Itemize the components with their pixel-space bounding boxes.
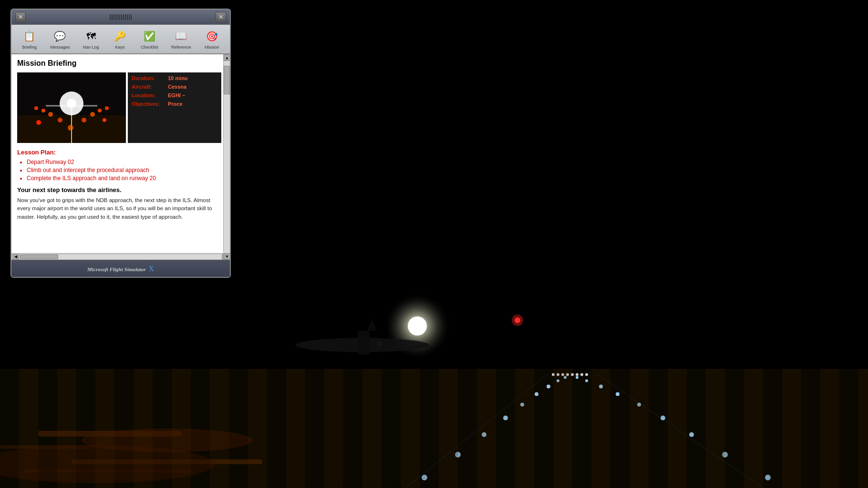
runway-preview-image: [17, 72, 126, 143]
keys-label: Keys: [115, 45, 124, 50]
lesson-item-2: Climb out and intercept the procedural a…: [27, 167, 221, 173]
h-scroll-track: [20, 254, 221, 259]
lesson-plan-title: Lesson Plan:: [17, 149, 221, 156]
briefing-label: Briefing: [22, 45, 37, 50]
vertical-scrollbar[interactable]: ▲ ▼: [223, 54, 230, 260]
svg-marker-13: [367, 319, 377, 331]
svg-point-59: [36, 120, 41, 125]
speaker-decoration: [110, 14, 132, 20]
toolbar-keys[interactable]: 🔑 Keys: [110, 28, 129, 51]
duration-value: 10 minu: [168, 75, 188, 81]
location-row: Location: EGHI –: [132, 92, 217, 98]
svg-point-7: [408, 316, 427, 336]
lesson-item-3: Complete the ILS approach and land on ru…: [27, 175, 221, 182]
svg-point-50: [48, 112, 53, 117]
lesson-plan-list: Depart Runway 02 Climb out and intercept…: [17, 159, 221, 182]
close-button[interactable]: ✕: [15, 12, 26, 22]
lesson-plan: Lesson Plan: Depart Runway 02 Climb out …: [17, 149, 221, 182]
svg-point-49: [41, 109, 45, 112]
toolbar: 📋 Briefing 💬 Messages 🗺 Nav Log 🔑 Keys ✅…: [11, 25, 230, 54]
svg-point-9: [512, 315, 523, 326]
runway-preview-svg: [17, 72, 126, 143]
aircraft-label: Aircraft:: [132, 84, 165, 90]
duration-label: Duration:: [132, 75, 165, 81]
scroll-left-button[interactable]: ◀: [12, 254, 19, 260]
messages-label: Messages: [50, 45, 70, 50]
titlebar: ✕ ✕: [11, 10, 230, 25]
titlebar-controls: ✕: [15, 12, 26, 22]
body-text: Now you've got to grips with the NDB app…: [17, 196, 221, 221]
scroll-thumb[interactable]: [224, 66, 230, 94]
runway-preview-inner: [17, 72, 126, 143]
close-button-right[interactable]: ✕: [216, 12, 226, 22]
svg-rect-12: [358, 331, 370, 355]
location-value: EGHI –: [168, 92, 185, 98]
svg-point-60: [103, 118, 106, 122]
ground-texture: [0, 369, 868, 488]
lesson-item-1: Depart Runway 02: [27, 159, 221, 165]
fsx-window: ✕ ✕ 📋 Briefing 💬 Messages: [10, 9, 231, 278]
navlog-label: Nav Log: [83, 45, 99, 50]
window-footer: Microsoft Flight Simulator X: [11, 260, 230, 277]
scroll-up-button[interactable]: ▲: [224, 54, 230, 61]
toolbar-mission[interactable]: 🎯 Mission: [202, 28, 221, 51]
svg-point-48: [34, 106, 38, 110]
section-title: Your next step towards the airlines.: [17, 186, 221, 193]
mission-label: Mission: [205, 45, 219, 50]
objectives-row: Objectives: Proce: [132, 101, 217, 107]
navlog-icon: 🗺: [83, 29, 99, 44]
objectives-label: Objectives:: [132, 101, 165, 107]
svg-point-55: [90, 112, 95, 117]
toolbar-reference[interactable]: 📖 Reference: [169, 28, 193, 51]
reference-label: Reference: [171, 45, 191, 50]
duration-row: Duration: 10 minu: [132, 75, 217, 81]
keys-icon: 🔑: [112, 29, 127, 44]
h-scroll-thumb[interactable]: [20, 254, 58, 259]
briefing-icon: 📋: [22, 29, 37, 44]
horizontal-scrollbar[interactable]: ◀ ▶: [11, 253, 230, 260]
location-label: Location:: [132, 92, 165, 98]
aircraft-value: Cessna: [168, 84, 186, 90]
images-row: Duration: 10 minu Aircraft: Cessna Locat…: [17, 72, 221, 143]
reference-icon: 📖: [174, 29, 189, 44]
objectives-value: Proce: [168, 101, 183, 107]
fsx-x: X: [149, 264, 155, 273]
checklist-label: Checklist: [141, 45, 158, 50]
svg-point-53: [105, 106, 109, 110]
content-area: Mission Briefing: [11, 54, 230, 260]
messages-icon: 💬: [52, 29, 68, 44]
svg-point-52: [68, 125, 73, 131]
info-panel: Duration: 10 minu Aircraft: Cessna Locat…: [128, 72, 221, 143]
fsx-logo: Microsoft Flight Simulator X: [87, 264, 154, 273]
svg-point-58: [67, 99, 76, 108]
svg-point-56: [82, 118, 86, 122]
svg-point-54: [98, 109, 102, 112]
content-scroll[interactable]: Mission Briefing: [11, 54, 230, 253]
toolbar-messages[interactable]: 💬 Messages: [48, 28, 72, 51]
scroll-down-button[interactable]: ▼: [224, 253, 230, 260]
toolbar-navlog[interactable]: 🗺 Nav Log: [81, 28, 101, 51]
scroll-track: [224, 61, 230, 253]
toolbar-briefing[interactable]: 📋 Briefing: [20, 28, 39, 51]
mission-title: Mission Briefing: [17, 59, 221, 68]
toolbar-checklist[interactable]: ✅ Checklist: [139, 28, 160, 51]
checklist-icon: ✅: [142, 29, 157, 44]
svg-point-51: [58, 118, 62, 122]
mission-icon: 🎯: [204, 29, 219, 44]
aircraft-row: Aircraft: Cessna: [132, 84, 217, 90]
